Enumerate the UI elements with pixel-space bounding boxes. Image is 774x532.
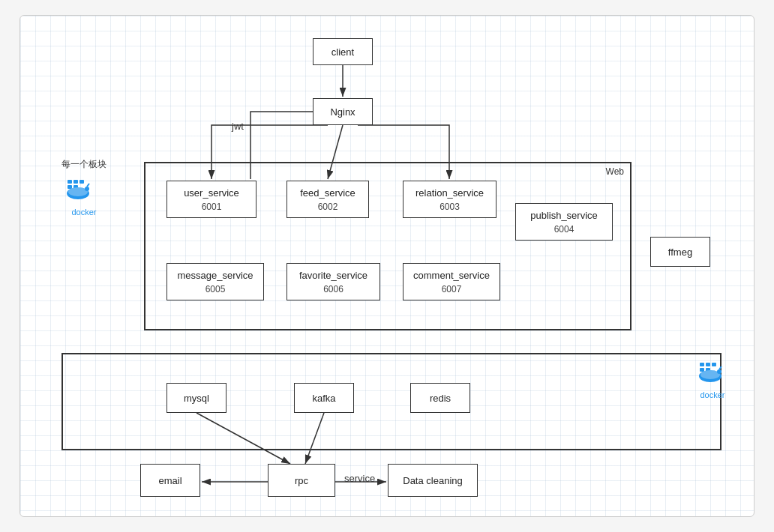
redis-label: redis: [430, 393, 451, 404]
message-service-label: message_service: [177, 270, 253, 281]
relation-service-node: relation_service 6003: [403, 181, 496, 218]
service-label: service: [344, 473, 375, 484]
rpc-node: rpc: [268, 464, 335, 497]
ffmeg-label: ffmeg: [668, 247, 692, 258]
user-service-node: user_service 6001: [166, 181, 256, 218]
favorite-service-label: favorite_service: [299, 270, 368, 281]
client-node: client: [313, 38, 373, 65]
ffmeg-node: ffmeg: [650, 237, 710, 267]
web-label: Web: [606, 166, 624, 177]
redis-node: redis: [410, 383, 470, 413]
publish-service-node: publish_service 6004: [515, 203, 613, 241]
data-cleaning-label: Data cleaning: [403, 475, 463, 486]
kafka-node: kafka: [294, 383, 354, 413]
user-service-label: user_service: [184, 187, 239, 199]
docker-text-2: docker: [694, 390, 731, 399]
relation-service-port: 6003: [440, 202, 460, 212]
data-cleaning-node: Data cleaning: [388, 464, 478, 497]
message-service-port: 6005: [206, 284, 226, 294]
publish-service-port: 6004: [554, 224, 574, 235]
docker-svg-2: [694, 357, 731, 387]
client-label: client: [332, 46, 354, 58]
docker-icon-2: docker: [694, 357, 731, 399]
rpc-label: rpc: [295, 475, 308, 486]
docker-svg-1: [62, 174, 99, 204]
svg-rect-12: [712, 363, 716, 366]
each-module-label: 每一个板块: [62, 158, 106, 171]
nginx-label: Nginx: [330, 106, 355, 118]
favorite-service-node: favorite_service 6006: [286, 263, 380, 300]
nginx-node: Nginx: [313, 98, 373, 125]
svg-rect-3: [80, 180, 84, 184]
jwt-label: jwt: [232, 121, 244, 132]
diagram-canvas: client Nginx jwt Web user_service 6001 f…: [20, 15, 754, 517]
user-service-port: 6001: [202, 202, 222, 212]
svg-rect-10: [700, 363, 704, 366]
comment-service-label: comment_service: [413, 270, 490, 281]
docker-text-1: docker: [62, 208, 106, 217]
docker-icon-1: 每一个板块 docker: [62, 158, 106, 217]
feed-service-label: feed_service: [300, 187, 356, 199]
comment-service-port: 6007: [442, 284, 462, 294]
kafka-label: kafka: [312, 393, 335, 404]
svg-point-8: [85, 187, 89, 191]
svg-rect-14: [700, 368, 704, 372]
feed-service-port: 6002: [318, 202, 338, 212]
svg-line-9: [87, 184, 89, 187]
message-service-node: message_service 6005: [166, 263, 264, 300]
svg-rect-5: [68, 185, 72, 189]
publish-service-label: publish_service: [530, 210, 598, 221]
email-node: email: [140, 464, 200, 497]
mysql-label: mysql: [184, 393, 209, 404]
svg-rect-11: [706, 363, 710, 366]
favorite-service-port: 6006: [323, 284, 344, 294]
svg-point-17: [717, 369, 722, 374]
storage-section: [62, 353, 722, 450]
relation-service-label: relation_service: [416, 187, 484, 199]
comment-service-node: comment_service 6007: [403, 263, 500, 300]
svg-line-18: [719, 366, 722, 369]
svg-rect-1: [68, 180, 72, 184]
email-label: email: [158, 475, 182, 486]
svg-rect-2: [74, 180, 78, 184]
mysql-node: mysql: [166, 383, 226, 413]
feed-service-node: feed_service 6002: [286, 181, 369, 218]
